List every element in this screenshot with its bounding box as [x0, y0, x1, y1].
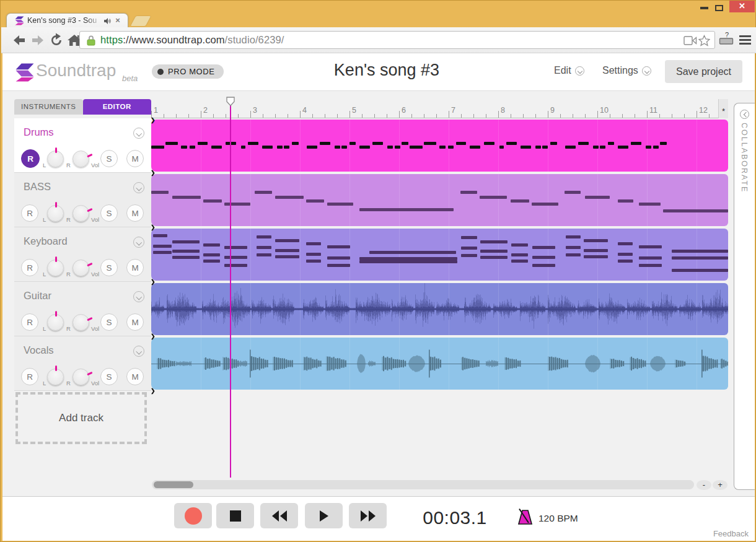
midi-note[interactable] — [578, 142, 589, 145]
tab-close-icon[interactable]: × — [113, 15, 123, 25]
midi-note[interactable] — [506, 142, 517, 145]
feedback-link[interactable]: Feedback — [713, 529, 749, 538]
midi-note[interactable] — [410, 146, 423, 149]
midi-note[interactable] — [224, 203, 250, 206]
midi-note[interactable] — [663, 209, 728, 212]
midi-note[interactable] — [284, 146, 289, 149]
play-button[interactable] — [305, 503, 343, 528]
record-button[interactable] — [174, 503, 212, 528]
midi-note[interactable] — [639, 203, 661, 206]
browser-tab[interactable]: Ken's song #3 - Sou × — [6, 13, 128, 28]
midi-note[interactable] — [521, 146, 531, 149]
address-bar[interactable]: https://www.soundtrap.com/studio/6239/ — [79, 31, 715, 49]
track-volume-knob[interactable] — [73, 369, 89, 385]
bpm-label[interactable]: 120 BPM — [538, 513, 578, 524]
midi-note[interactable] — [327, 203, 353, 206]
region-keyboard[interactable] — [151, 229, 728, 281]
midi-note[interactable] — [277, 146, 283, 149]
track-pan-knob[interactable] — [47, 151, 64, 167]
midi-note[interactable] — [424, 142, 436, 145]
midi-note[interactable] — [660, 142, 667, 145]
midi-note[interactable] — [584, 255, 608, 258]
midi-note[interactable] — [275, 249, 299, 252]
midi-note[interactable] — [224, 264, 247, 267]
midi-note[interactable] — [172, 240, 200, 243]
midi-note[interactable] — [190, 146, 195, 149]
region-handle-icon[interactable]: ❯ — [151, 224, 156, 230]
logo-wordmark[interactable]: Soundtrap — [36, 61, 116, 81]
track-pan-knob[interactable] — [47, 205, 64, 222]
midi-note[interactable] — [275, 196, 304, 199]
track-solo-button[interactable]: S — [100, 204, 118, 222]
midi-note[interactable] — [153, 245, 172, 248]
midi-note[interactable] — [646, 146, 651, 149]
track-solo-button[interactable]: S — [100, 150, 118, 167]
midi-note[interactable] — [511, 199, 529, 203]
midi-note[interactable] — [349, 142, 356, 145]
track-options-chevron-icon[interactable] — [133, 128, 144, 139]
midi-note[interactable] — [565, 146, 576, 149]
midi-note[interactable] — [153, 251, 172, 254]
rewind-button[interactable] — [260, 503, 298, 528]
track-options-chevron-icon[interactable] — [133, 291, 144, 302]
camera-icon[interactable] — [683, 36, 697, 45]
playhead-marker[interactable] — [226, 97, 235, 107]
track-pan-knob[interactable] — [47, 260, 64, 276]
pro-mode-badge[interactable]: PRO MODE — [152, 64, 224, 79]
midi-note[interactable] — [320, 142, 330, 145]
midi-note[interactable] — [255, 191, 272, 194]
midi-note[interactable] — [484, 142, 494, 145]
region-handle-icon[interactable]: ❯ — [151, 117, 156, 123]
midi-note[interactable] — [327, 256, 350, 260]
track-pan-knob[interactable] — [47, 314, 64, 331]
midi-note[interactable] — [248, 142, 258, 145]
midi-note[interactable] — [172, 196, 201, 199]
region-handle-icon[interactable]: ❯ — [151, 279, 156, 285]
track-solo-button[interactable]: S — [100, 368, 118, 385]
midi-note[interactable] — [387, 146, 393, 149]
midi-note[interactable] — [584, 239, 608, 242]
track-volume-knob[interactable] — [73, 205, 89, 222]
midi-note[interactable] — [600, 146, 605, 149]
region-guitar[interactable] — [151, 283, 728, 335]
midi-note[interactable] — [618, 242, 633, 245]
window-minimize-button[interactable] — [700, 7, 708, 9]
midi-note[interactable] — [672, 256, 728, 260]
midi-note[interactable] — [306, 199, 324, 203]
midi-note[interactable] — [306, 260, 321, 263]
midi-note[interactable] — [172, 250, 200, 253]
midi-note[interactable] — [550, 142, 557, 145]
track-mute-button[interactable]: M — [126, 150, 144, 167]
track-panel-guitar[interactable]: Guitar R L R Vol S M — [14, 282, 151, 336]
track-record-arm-button[interactable]: R — [21, 204, 38, 222]
midi-note[interactable] — [341, 146, 347, 149]
midi-note[interactable] — [639, 245, 662, 248]
midi-note[interactable] — [511, 260, 528, 263]
midi-note[interactable] — [461, 254, 477, 257]
midi-note[interactable] — [198, 142, 208, 145]
midi-note[interactable] — [151, 146, 164, 149]
midi-note[interactable] — [618, 260, 633, 263]
collaborate-panel[interactable]: COLLABORATE — [734, 103, 755, 490]
track-panel-bass[interactable]: BASS R L R Vol S M — [14, 173, 151, 227]
tab-audio-icon[interactable] — [103, 17, 111, 25]
midi-note[interactable] — [241, 146, 245, 149]
add-track-button[interactable]: Add track — [15, 392, 147, 444]
midi-note[interactable] — [359, 260, 457, 263]
track-options-chevron-icon[interactable] — [133, 237, 144, 248]
midi-note[interactable] — [672, 269, 728, 272]
region-handle-icon[interactable]: ❯ — [151, 388, 156, 394]
midi-note[interactable] — [532, 264, 555, 267]
midi-note[interactable] — [566, 246, 581, 249]
midi-note[interactable] — [327, 245, 350, 248]
midi-note[interactable] — [359, 208, 454, 211]
track-mute-button[interactable]: M — [126, 259, 144, 276]
midi-note[interactable] — [532, 203, 558, 206]
midi-note[interactable] — [307, 146, 317, 149]
horizontal-scrollbar[interactable] — [152, 480, 694, 489]
region-handle-icon[interactable]: ❯ — [151, 333, 156, 339]
midi-note[interactable] — [181, 146, 187, 149]
midi-note[interactable] — [653, 146, 659, 149]
track-volume-knob[interactable] — [73, 314, 89, 331]
midi-note[interactable] — [639, 264, 662, 267]
